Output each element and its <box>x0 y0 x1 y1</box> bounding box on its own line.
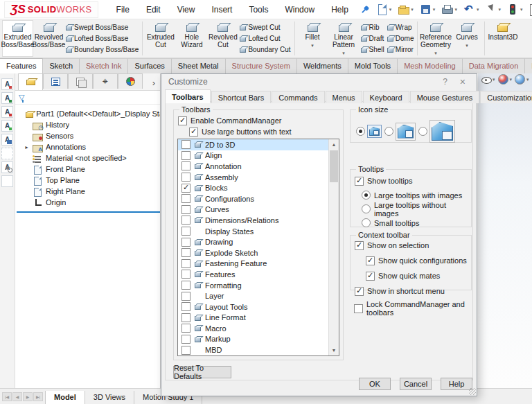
checkbox-icon[interactable] <box>181 140 190 149</box>
scroll-up-icon[interactable]: ▲ <box>329 139 339 150</box>
context-option-checkbox[interactable]: Show on selection <box>355 240 471 251</box>
checkbox-icon[interactable] <box>366 256 375 265</box>
command-tab[interactable]: Sketch <box>43 58 80 73</box>
tree-item[interactable]: Annotations <box>17 141 160 152</box>
ribbon-button[interactable]: Draft <box>361 33 384 44</box>
tree-item[interactable]: Top Plane <box>17 175 160 186</box>
dialog-tab[interactable]: Commands <box>272 91 324 103</box>
checkbox-icon[interactable] <box>181 302 190 311</box>
checkbox-icon[interactable] <box>181 313 190 322</box>
menu-item[interactable]: Insert <box>203 1 240 19</box>
cancel-button[interactable]: Cancel <box>400 378 432 390</box>
rebuild-icon[interactable]: ▾ <box>506 2 527 17</box>
featuremanager-tab-icon[interactable] <box>18 73 43 90</box>
checkbox-icon[interactable] <box>355 241 364 250</box>
context-option-checkbox[interactable]: Show quick configurations <box>366 255 471 266</box>
checkbox-icon[interactable] <box>181 173 190 182</box>
menu-item[interactable]: Tools <box>240 1 276 19</box>
ribbon-button[interactable]: Reference Geometry▾ <box>420 20 451 57</box>
hide-show-items-icon[interactable]: ▾ <box>481 74 497 85</box>
checkbox-icon[interactable] <box>181 205 190 214</box>
menu-item[interactable]: Window <box>276 1 323 19</box>
ribbon-button[interactable]: Fillet▾ <box>297 20 328 57</box>
prev-page-icon[interactable]: ◀ <box>12 392 22 401</box>
command-tab[interactable]: Data Migration <box>463 58 526 73</box>
toolbar-list-item[interactable]: Blocks <box>178 182 328 193</box>
command-tab[interactable]: Features <box>0 58 43 73</box>
ribbon-button[interactable]: Rib <box>361 22 384 33</box>
toolbar-list-item[interactable]: Assembly <box>178 172 328 183</box>
print-icon[interactable]: ▾ <box>440 2 461 17</box>
dialog-tab[interactable]: Menus <box>326 91 362 103</box>
icon-size-option[interactable] <box>418 120 455 143</box>
displaymanager-tab-icon[interactable] <box>118 73 143 89</box>
menu-item[interactable]: Help <box>323 1 357 19</box>
flyout-expand-icon[interactable]: › <box>152 78 160 90</box>
checkbox-icon[interactable] <box>181 184 190 193</box>
toolbar-list-item[interactable]: Curves <box>178 204 328 216</box>
edit-appearance-icon[interactable]: ▾ <box>498 74 514 85</box>
checkbox-icon[interactable] <box>181 270 190 279</box>
toolbar-list-item[interactable]: Annotation <box>178 161 328 172</box>
icon-size-option[interactable] <box>384 123 416 141</box>
ribbon-button[interactable]: Wrap <box>387 22 414 33</box>
toolbar-list-item[interactable]: Dimensions/Relations <box>178 215 328 226</box>
checkbox-icon[interactable] <box>355 287 364 296</box>
tooltip-option[interactable]: Large tooltips with images <box>362 190 471 200</box>
design-binder-icon[interactable] <box>1 148 13 159</box>
command-tab[interactable]: Structure System <box>226 58 297 73</box>
large-buttons-checkbox[interactable]: Use large buttons with text <box>189 126 343 137</box>
apply-scene-icon[interactable]: ▾ <box>515 74 531 85</box>
tooltip-option[interactable]: Large tooltips without images <box>362 204 471 214</box>
checkbox-icon[interactable] <box>181 238 190 247</box>
checkbox-icon[interactable] <box>366 272 375 281</box>
toolbar-list-item[interactable]: Layout Tools <box>178 301 328 313</box>
checkbox-icon[interactable] <box>181 281 190 290</box>
tooltip-option[interactable]: Small tooltips <box>362 218 471 228</box>
tree-item[interactable]: Front Plane <box>17 164 160 175</box>
radio-icon[interactable] <box>362 204 371 213</box>
ribbon-button[interactable]: Revolved Boss/Base▾ <box>33 20 64 57</box>
checkbox-icon[interactable] <box>354 304 363 313</box>
radio-icon[interactable] <box>356 127 365 136</box>
ribbon-button[interactable]: Shell <box>361 44 384 55</box>
enable-commandmanager-checkbox[interactable]: Enable CommandManager <box>178 115 343 126</box>
dialog-help-icon[interactable]: ? <box>434 77 456 87</box>
note-export-icon[interactable]: A <box>1 106 13 118</box>
dialog-tab[interactable]: Mouse Gestures <box>410 91 480 103</box>
checkbox-icon[interactable] <box>181 324 190 333</box>
dropdown-caret-icon[interactable]: ▾ <box>477 7 479 12</box>
note-new-icon[interactable]: A <box>1 78 13 90</box>
ribbon-button[interactable]: Swept Cut <box>240 22 290 33</box>
dropdown-caret-icon[interactable]: ▾ <box>389 7 392 12</box>
ribbon-button[interactable]: Boundary Cut <box>240 44 290 55</box>
dropdown-caret-icon[interactable]: ▾ <box>498 7 501 12</box>
ribbon-button[interactable]: Lofted Cut <box>240 33 290 44</box>
reset-to-defaults-button[interactable]: Reset To Defaults <box>173 366 231 378</box>
toolbar-list-item[interactable]: Formatting <box>178 280 328 291</box>
radio-icon[interactable] <box>362 191 371 200</box>
radio-icon[interactable] <box>362 218 371 227</box>
context-option-checkbox[interactable]: Show in shortcut menu <box>355 286 471 297</box>
command-tab[interactable]: Weldments <box>297 58 348 73</box>
command-tab[interactable]: Surfaces <box>128 58 171 73</box>
checkbox-icon[interactable] <box>181 161 190 170</box>
command-tab[interactable]: Sketch Ink <box>80 58 128 73</box>
toolbar-list-item[interactable]: Layer <box>178 290 328 301</box>
context-option-checkbox[interactable]: Show quick mates <box>366 270 471 281</box>
ribbon-button[interactable]: Lofted Boss/Base <box>66 33 139 44</box>
view-tab[interactable]: Model <box>45 391 85 404</box>
next-page-icon[interactable]: ▶ <box>23 392 33 401</box>
icon-size-option[interactable] <box>356 125 382 138</box>
resize-grip[interactable] <box>469 388 476 395</box>
checkbox-icon[interactable] <box>181 346 190 355</box>
tree-root-item[interactable]: Part1 (Default<<Default>_Display State 1… <box>17 108 160 119</box>
checkbox-icon[interactable] <box>181 216 190 225</box>
scrollbar[interactable]: ▲ ▼ <box>328 139 339 355</box>
ribbon-button[interactable]: Curves▾ <box>451 20 482 57</box>
ribbon-button[interactable]: Extruded Boss/Base▾ <box>2 20 33 57</box>
note-edit-icon[interactable]: A <box>1 92 13 104</box>
tree-item[interactable]: Origin <box>17 197 160 208</box>
command-tab[interactable]: Mold Tools <box>348 58 398 73</box>
hyperlink-icon[interactable] <box>1 175 13 187</box>
